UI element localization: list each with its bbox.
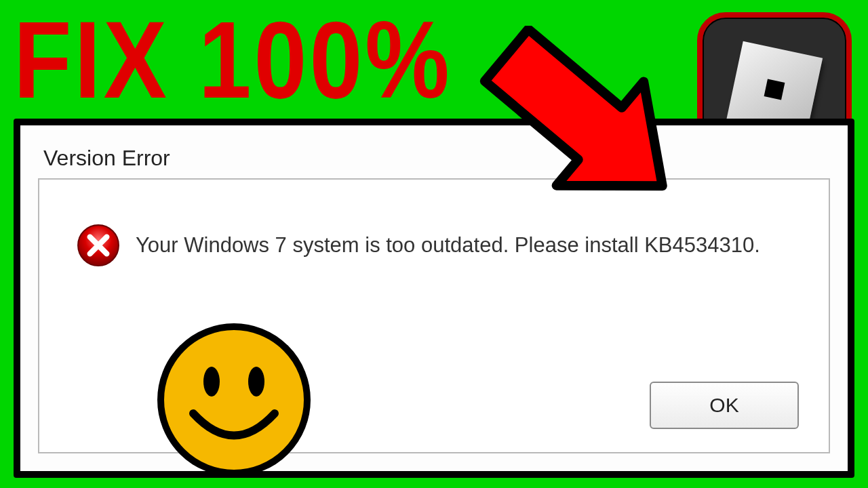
- roblox-tile-dot: [764, 79, 785, 100]
- svg-point-4: [248, 367, 264, 396]
- svg-point-2: [161, 327, 307, 473]
- pointer-arrow-icon: [414, 26, 712, 243]
- headline-text: FIX 100%: [14, 5, 452, 115]
- svg-point-3: [203, 367, 220, 396]
- ok-button[interactable]: OK: [650, 382, 799, 429]
- svg-marker-0: [463, 26, 706, 238]
- error-icon: [76, 223, 121, 268]
- dialog-title: Version Error: [43, 146, 170, 171]
- smiley-icon: [156, 322, 312, 478]
